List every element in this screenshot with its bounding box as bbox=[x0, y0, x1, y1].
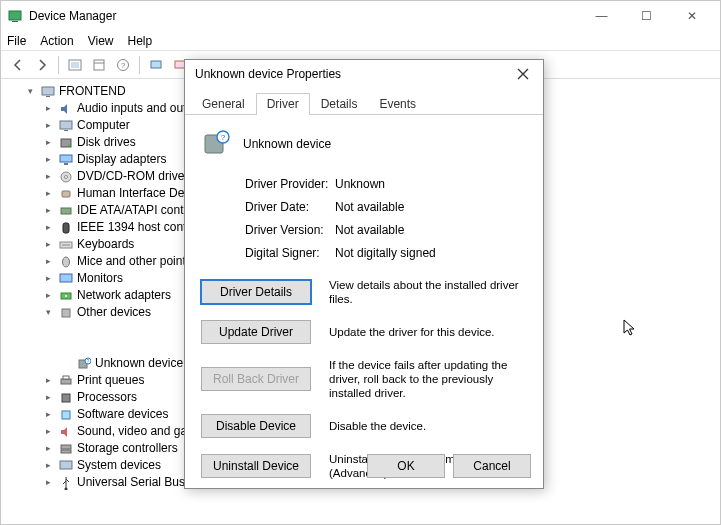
menu-action[interactable]: Action bbox=[40, 34, 73, 48]
collapse-icon[interactable]: ▾ bbox=[25, 86, 36, 97]
svg-rect-41 bbox=[60, 461, 72, 469]
tab-events[interactable]: Events bbox=[368, 93, 427, 115]
expand-icon[interactable]: ▸ bbox=[43, 239, 54, 250]
back-button[interactable] bbox=[7, 54, 29, 76]
svg-rect-35 bbox=[61, 379, 71, 384]
svg-point-30 bbox=[65, 295, 67, 297]
menu-file[interactable]: File bbox=[7, 34, 26, 48]
svg-point-27 bbox=[62, 257, 69, 267]
maximize-button[interactable]: ☐ bbox=[624, 1, 669, 31]
device-name: Unknown device bbox=[243, 137, 331, 151]
tree-item-label: Print queues bbox=[77, 372, 144, 389]
svg-rect-8 bbox=[151, 61, 161, 68]
properties-icon[interactable] bbox=[88, 54, 110, 76]
fw-icon bbox=[58, 221, 73, 235]
sw-icon bbox=[58, 408, 73, 422]
disable-device-desc: Disable the device. bbox=[329, 419, 527, 433]
cpu-icon bbox=[58, 391, 73, 405]
svg-rect-39 bbox=[61, 445, 71, 449]
expand-icon[interactable]: ▸ bbox=[43, 205, 54, 216]
expand-icon[interactable]: ▸ bbox=[43, 375, 54, 386]
tree-item-label: Unknown device bbox=[95, 355, 183, 372]
toolbar-separator bbox=[139, 56, 140, 74]
kb-icon bbox=[58, 238, 73, 252]
tree-item-label: Other devices bbox=[77, 304, 151, 321]
disable-device-button[interactable]: Disable Device bbox=[201, 414, 311, 438]
menu-view[interactable]: View bbox=[88, 34, 114, 48]
expand-icon[interactable]: ▸ bbox=[43, 409, 54, 420]
usb-icon bbox=[58, 476, 73, 490]
disk-icon bbox=[58, 136, 73, 150]
dialog-titlebar[interactable]: Unknown device Properties bbox=[185, 60, 543, 88]
titlebar[interactable]: Device Manager — ☐ ✕ bbox=[1, 1, 720, 31]
svg-rect-28 bbox=[60, 274, 72, 282]
dialog-close-button[interactable] bbox=[507, 62, 539, 86]
driver-info: Driver Provider:Unknown Driver Date:Not … bbox=[245, 177, 527, 260]
hid-icon bbox=[58, 187, 73, 201]
driver-version-value: Not available bbox=[335, 223, 404, 237]
forward-button[interactable] bbox=[31, 54, 53, 76]
tab-details[interactable]: Details bbox=[310, 93, 369, 115]
dialog-title: Unknown device Properties bbox=[195, 67, 507, 81]
svg-rect-4 bbox=[94, 60, 104, 70]
svg-rect-31 bbox=[62, 309, 70, 317]
show-hidden-icon[interactable] bbox=[64, 54, 86, 76]
tree-item-label: Disk drives bbox=[77, 134, 136, 151]
expand-icon[interactable]: ▸ bbox=[43, 222, 54, 233]
display-icon bbox=[58, 153, 73, 167]
expand-icon[interactable]: ▸ bbox=[43, 477, 54, 488]
roll-back-driver-button: Roll Back Driver bbox=[201, 367, 311, 391]
expand-icon[interactable]: ▸ bbox=[43, 188, 54, 199]
tree-item-label: Computer bbox=[77, 117, 130, 134]
svg-rect-38 bbox=[62, 411, 70, 419]
expand-icon[interactable]: ▸ bbox=[43, 171, 54, 182]
expand-icon[interactable]: ▸ bbox=[43, 290, 54, 301]
cancel-button[interactable]: Cancel bbox=[453, 454, 531, 478]
tree-item-label: Network adapters bbox=[77, 287, 171, 304]
dialog-tabs: General Driver Details Events bbox=[185, 88, 543, 115]
expand-icon[interactable] bbox=[61, 358, 72, 369]
tree-item-label: System devices bbox=[77, 457, 161, 474]
expand-icon[interactable]: ▸ bbox=[43, 120, 54, 131]
scan-icon[interactable] bbox=[145, 54, 167, 76]
expand-icon[interactable]: ▸ bbox=[43, 103, 54, 114]
close-button[interactable]: ✕ bbox=[669, 1, 714, 31]
expand-icon[interactable]: ▸ bbox=[43, 137, 54, 148]
expand-icon[interactable]: ▸ bbox=[43, 256, 54, 267]
svg-rect-1 bbox=[12, 21, 18, 22]
driver-details-desc: View details about the installed driver … bbox=[329, 278, 527, 306]
ok-button[interactable]: OK bbox=[367, 454, 445, 478]
help-icon[interactable]: ? bbox=[112, 54, 134, 76]
device-manager-window: Device Manager — ☐ ✕ File Action View He… bbox=[0, 0, 721, 525]
tree-item-label: Display adapters bbox=[77, 151, 166, 168]
driver-details-button[interactable]: Driver Details bbox=[201, 280, 311, 304]
expand-icon[interactable]: ▸ bbox=[43, 273, 54, 284]
expand-icon[interactable]: ▸ bbox=[43, 460, 54, 471]
svg-rect-15 bbox=[64, 130, 68, 131]
update-driver-button[interactable]: Update Driver bbox=[201, 320, 311, 344]
net-icon bbox=[58, 289, 73, 303]
menu-help[interactable]: Help bbox=[128, 34, 153, 48]
driver-provider-value: Unknown bbox=[335, 177, 385, 191]
dvd-icon bbox=[58, 170, 73, 184]
expand-icon[interactable]: ▸ bbox=[43, 392, 54, 403]
svg-rect-22 bbox=[62, 191, 70, 197]
tree-item-label: Storage controllers bbox=[77, 440, 178, 457]
update-driver-desc: Update the driver for this device. bbox=[329, 325, 527, 339]
expand-icon[interactable]: ▸ bbox=[43, 426, 54, 437]
collapse-icon[interactable]: ▾ bbox=[43, 307, 54, 318]
tab-driver[interactable]: Driver bbox=[256, 93, 310, 115]
tab-general[interactable]: General bbox=[191, 93, 256, 115]
expand-icon[interactable]: ▸ bbox=[43, 154, 54, 165]
tab-body: ? Unknown device Driver Provider:Unknown… bbox=[185, 115, 543, 502]
driver-provider-label: Driver Provider: bbox=[245, 177, 335, 191]
window-title: Device Manager bbox=[29, 9, 579, 23]
minimize-button[interactable]: — bbox=[579, 1, 624, 31]
expand-icon[interactable]: ▸ bbox=[43, 443, 54, 454]
svg-text:?: ? bbox=[86, 358, 89, 364]
svg-rect-14 bbox=[60, 121, 72, 129]
svg-rect-13 bbox=[46, 96, 50, 97]
svg-point-21 bbox=[64, 175, 67, 178]
uninstall-device-button[interactable]: Uninstall Device bbox=[201, 454, 311, 478]
svg-text:?: ? bbox=[221, 133, 226, 142]
